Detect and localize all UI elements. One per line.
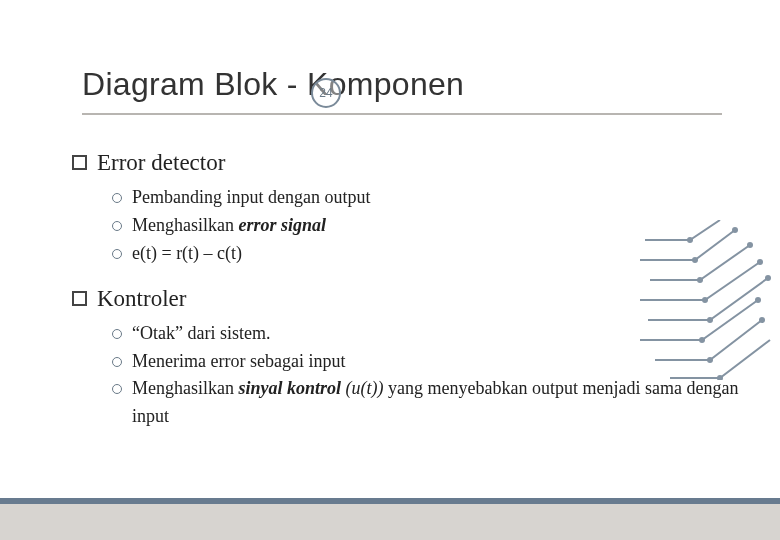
circle-bullet-icon (112, 357, 122, 367)
circle-bullet-icon (112, 193, 122, 203)
svg-point-12 (755, 297, 761, 303)
list-item: “Otak” dari sistem. (112, 320, 740, 348)
item-list: “Otak” dari sistem.Menerima error sebaga… (112, 320, 740, 432)
item-text: “Otak” dari sistem. (132, 320, 740, 348)
slide-title: Diagram Blok - Komponen (82, 66, 720, 103)
circle-bullet-icon (112, 329, 122, 339)
section-heading: Error detector (97, 150, 225, 176)
circle-bullet-icon (112, 384, 122, 394)
item-list: Pembanding input dengan outputMenghasilk… (112, 184, 740, 268)
svg-point-13 (759, 317, 765, 323)
section: Error detectorPembanding input dengan ou… (72, 150, 740, 268)
item-text: Menghasilkan sinyal kontrol (u(t)) yang … (132, 375, 740, 431)
list-item: e(t) = r(t) – c(t) (112, 240, 740, 268)
section: Kontroler“Otak” dari sistem.Menerima err… (72, 286, 740, 432)
item-text: Menghasilkan error signal (132, 212, 740, 240)
list-item: Menghasilkan sinyal kontrol (u(t)) yang … (112, 375, 740, 431)
square-bullet-icon (72, 155, 87, 170)
section-heading: Kontroler (97, 286, 186, 312)
page-number-badge: 24 (311, 78, 341, 108)
section-head: Kontroler (72, 286, 740, 312)
list-item: Pembanding input dengan output (112, 184, 740, 212)
slide: Diagram Blok - Komponen 24 Error detecto… (0, 0, 780, 540)
item-text: Pembanding input dengan output (132, 184, 740, 212)
title-area: Diagram Blok - Komponen (82, 66, 720, 115)
footer-band (0, 504, 780, 540)
svg-point-10 (757, 259, 763, 265)
square-bullet-icon (72, 291, 87, 306)
circle-bullet-icon (112, 221, 122, 231)
page-number: 24 (319, 86, 332, 100)
circle-bullet-icon (112, 249, 122, 259)
svg-point-11 (765, 275, 771, 281)
svg-point-9 (747, 242, 753, 248)
item-text: e(t) = r(t) – c(t) (132, 240, 740, 268)
list-item: Menerima error sebagai input (112, 348, 740, 376)
section-head: Error detector (72, 150, 740, 176)
list-item: Menghasilkan error signal (112, 212, 740, 240)
content-body: Error detectorPembanding input dengan ou… (72, 150, 740, 449)
title-underline (82, 113, 722, 115)
item-text: Menerima error sebagai input (132, 348, 740, 376)
